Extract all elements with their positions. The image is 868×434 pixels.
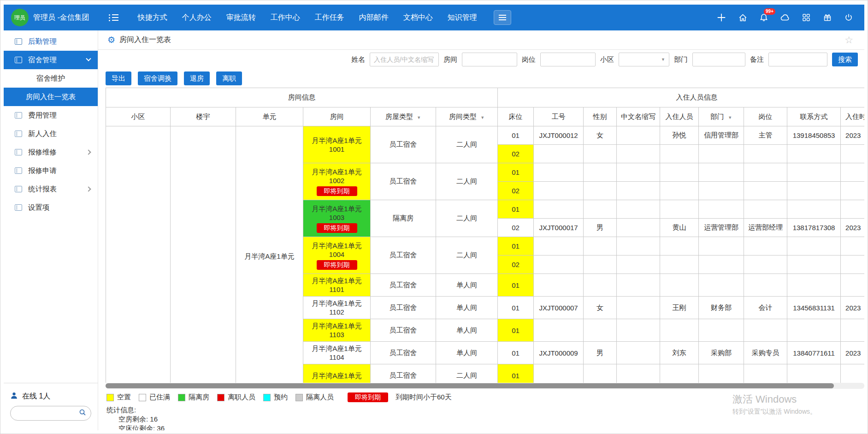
sidebar-item[interactable]: 费用管理 (4, 106, 98, 125)
home-icon[interactable] (737, 12, 748, 23)
column-header[interactable]: 房屋类型 ▼ (371, 107, 436, 126)
module-icon (15, 149, 22, 155)
position-cell (744, 319, 787, 342)
gender-cell (584, 274, 617, 297)
sidebar-item-label: 宿舍维护 (36, 74, 65, 83)
emp-id-cell: JXJT000017 (534, 219, 584, 237)
gender-cell (584, 256, 617, 274)
nav-item[interactable]: 知识管理 (448, 13, 477, 23)
bell-icon[interactable]: 99+ (758, 12, 769, 23)
search-icon[interactable] (79, 409, 86, 418)
position-cell (744, 145, 787, 163)
legend-swatch (217, 394, 224, 401)
filter-input[interactable] (692, 53, 745, 66)
phone-cell (787, 145, 841, 163)
gender-cell (584, 182, 617, 200)
room-cell: 月半湾A座1单元1103 (303, 319, 371, 342)
filter-label: 岗位 (522, 55, 536, 64)
room-name: 月半湾A座1单元1102 (305, 299, 368, 316)
menu-toggle-icon[interactable] (109, 13, 118, 23)
sidebar-item[interactable]: 新人入住 (4, 125, 98, 143)
plus-icon[interactable] (716, 12, 727, 23)
gender-cell: 男 (584, 219, 617, 237)
name-cell (660, 274, 699, 297)
bed-cell: 01 (498, 342, 534, 364)
action-button[interactable]: 导出 (106, 71, 131, 85)
column-header[interactable]: 房间类型 ▼ (436, 107, 498, 126)
filter-input[interactable] (768, 53, 827, 66)
emp-id-cell (534, 274, 584, 297)
sidebar-search-input[interactable] (15, 410, 79, 417)
sidebar-menu: 后勤管理宿舍管理宿舍维护房间入住一览表费用管理新人入住报修维修报修申请统计报表设… (4, 30, 98, 383)
nav-item[interactable]: 工作中心 (271, 13, 300, 23)
sidebar-item[interactable]: 统计报表 (4, 180, 98, 198)
column-header: 单元 (236, 107, 303, 126)
filter-bar: 姓名房间岗位小区▼部门备注 (351, 53, 827, 66)
action-button[interactable]: 宿舍调换 (138, 71, 177, 85)
abbr-cell (617, 182, 660, 200)
sidebar-item[interactable]: 报修维修 (4, 143, 98, 161)
filter-input[interactable] (540, 53, 596, 66)
chevron-down-icon: ▼ (727, 115, 732, 120)
sidebar-item[interactable]: 后勤管理 (4, 32, 98, 51)
room-type-cell: 二人间 (436, 163, 498, 200)
notification-badge: 99+ (764, 8, 775, 15)
favorite-star-icon[interactable]: ☆ (844, 35, 853, 46)
bed-cell: 01 (498, 274, 534, 297)
sidebar-item[interactable]: 房间入住一览表 (4, 88, 98, 106)
chevron-right-icon (86, 186, 91, 191)
action-button[interactable]: 退房 (184, 71, 210, 85)
sidebar-item[interactable]: 报修申请 (4, 161, 98, 180)
scrollbar-thumb[interactable] (106, 383, 834, 388)
power-icon[interactable] (843, 12, 854, 23)
gender-cell (584, 200, 617, 219)
gender-cell: 女 (584, 297, 617, 319)
column-header[interactable]: 部门 ▼ (699, 107, 744, 126)
hamburger-menu-button[interactable] (494, 10, 511, 25)
room-name: 月半湾A座1单元1001 (305, 136, 368, 154)
action-button[interactable]: 离职 (216, 71, 242, 85)
gift-icon[interactable] (822, 12, 833, 23)
filter-input[interactable] (370, 53, 439, 66)
breadcrumb: ⚙ 房间入住一览表 ☆ (98, 30, 864, 50)
name-cell (660, 319, 699, 342)
name-cell (660, 364, 699, 383)
nav-item[interactable]: 文档中心 (403, 13, 433, 23)
nav-item[interactable]: 审批流转 (226, 13, 256, 23)
sidebar: 后勤管理宿舍管理宿舍维护房间入住一览表费用管理新人入住报修维修报修申请统计报表设… (4, 30, 98, 430)
module-icon (15, 112, 22, 119)
search-button[interactable]: 搜索 (832, 53, 858, 66)
grid-icon[interactable] (801, 12, 812, 23)
sidebar-item-label: 房间入住一览表 (26, 92, 76, 102)
cloud-icon[interactable] (779, 12, 791, 23)
nav-item[interactable]: 工作任务 (315, 13, 344, 23)
emp-id-cell: JXJT000012 (534, 126, 584, 145)
topbar-icons: 99+ (716, 12, 857, 23)
room-cell: 月半湾A座1单元1101 (303, 274, 371, 297)
gender-cell (584, 237, 617, 256)
phone-cell (787, 200, 841, 219)
nav-item[interactable]: 个人办公 (182, 13, 212, 23)
name-cell: 孙悦 (660, 126, 699, 145)
nav-item[interactable]: 快捷方式 (138, 13, 167, 23)
community-select[interactable]: ▼ (619, 53, 669, 66)
module-icon (15, 186, 22, 192)
main-content: ⚙ 房间入住一览表 ☆ 姓名房间岗位小区▼部门备注 搜索 导出宿舍调换退房离职 … (98, 30, 864, 430)
sidebar-item[interactable]: 宿舍管理 (4, 51, 98, 69)
watermark-line1: 激活 Windows (732, 392, 816, 406)
filter-input[interactable] (462, 53, 517, 66)
sidebar-item[interactable]: 设置项 (4, 198, 98, 217)
nav-item[interactable]: 内部邮件 (359, 13, 389, 23)
column-header: 房间 (303, 107, 371, 126)
position-cell: 主管 (744, 126, 787, 145)
sidebar-item[interactable]: 宿舍维护 (4, 69, 98, 88)
windows-activation-watermark: 激活 Windows 转到“设置”以激活 Windows。 (732, 392, 816, 416)
building-cell (171, 126, 236, 383)
gear-icon: ⚙ (107, 35, 115, 45)
filter-label: 部门 (674, 55, 688, 64)
position-cell (744, 182, 787, 200)
checkin-cell: 2023 (841, 342, 864, 364)
legend-swatch (106, 394, 114, 401)
stat-line: 空床位剩余: 36 (106, 424, 864, 430)
dept-cell: 财务部 (699, 297, 744, 319)
